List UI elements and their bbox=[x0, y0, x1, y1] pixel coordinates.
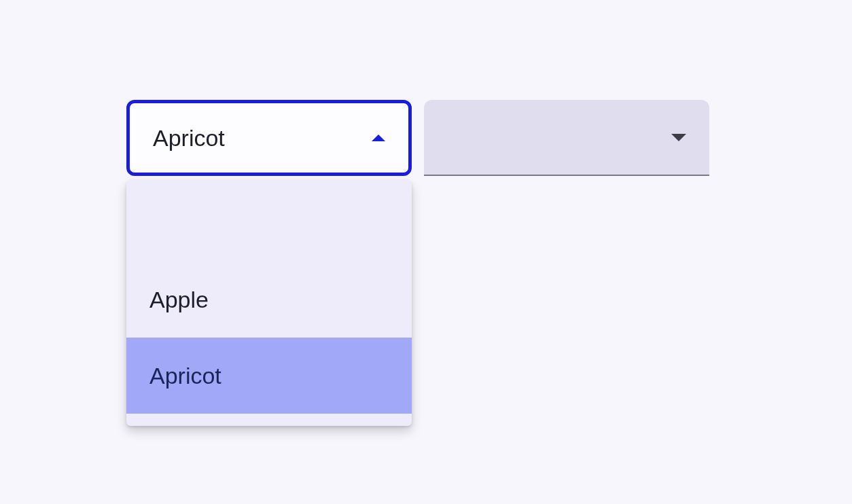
fruit-select-control[interactable]: Apricot bbox=[126, 100, 412, 176]
chevron-up-icon bbox=[372, 134, 385, 141]
fruit-select[interactable]: Apricot Apple Apricot bbox=[126, 100, 412, 176]
option-label: Apricot bbox=[149, 363, 221, 389]
secondary-select-control[interactable] bbox=[424, 100, 709, 176]
secondary-select[interactable] bbox=[424, 100, 709, 176]
option-apricot[interactable]: Apricot bbox=[126, 338, 412, 414]
option-apple[interactable]: Apple bbox=[126, 262, 412, 338]
chevron-down-icon bbox=[671, 134, 686, 141]
fruit-select-value: Apricot bbox=[153, 125, 225, 151]
dropdown-spacer bbox=[126, 180, 412, 262]
fruit-select-dropdown: Apple Apricot bbox=[126, 180, 412, 426]
option-label: Apple bbox=[149, 287, 209, 313]
